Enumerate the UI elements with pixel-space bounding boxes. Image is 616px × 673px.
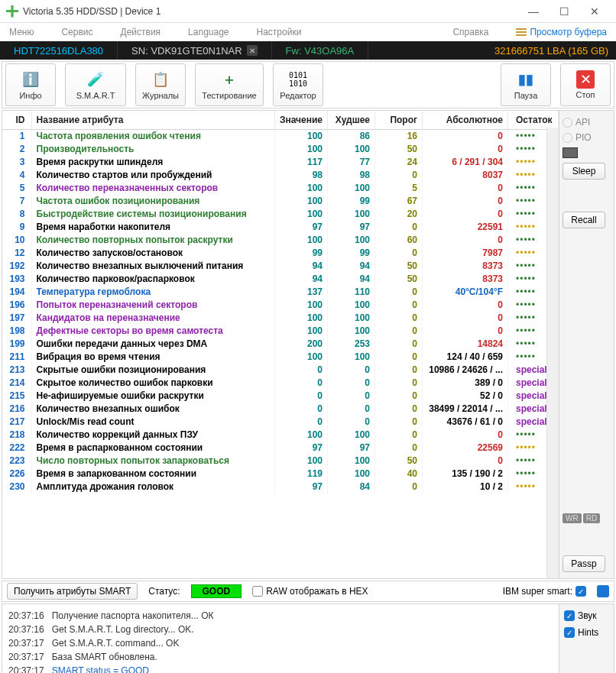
menu-item[interactable]: Действия	[121, 27, 161, 37]
table-row[interactable]: 192Количество внезапных выключений питан…	[2, 260, 559, 273]
menu-item[interactable]: Настройки	[257, 27, 302, 37]
smart-table: ID Название атрибута Значение Худшее Пор…	[2, 111, 559, 493]
close-sn-icon[interactable]: ✕	[247, 45, 258, 56]
scrollbar[interactable]	[546, 128, 559, 578]
pause-icon: ▮▮	[514, 70, 537, 89]
status-bar: Получить атрибуты SMART Статус: GOOD RAW…	[2, 581, 614, 602]
table-row[interactable]: 215Не-афишируемые ошибки раскрутки00052 …	[2, 390, 559, 403]
table-row[interactable]: 199Ошибки передачи данных через DMA20025…	[2, 338, 559, 351]
wr-tag: WR	[563, 513, 582, 523]
table-row[interactable]: 214Скрытое количество ошибок парковки000…	[2, 377, 559, 390]
toolbar: ℹ️Инфо 🧪S.M.A.R.T 📋Журналы ＋Тестирование…	[2, 61, 614, 108]
table-row[interactable]: 9Время наработки накопителя9797022591•••…	[2, 221, 559, 234]
sound-checkbox[interactable]: ✓Звук	[564, 610, 609, 621]
testing-button[interactable]: ＋Тестирование	[195, 63, 264, 106]
device-firmware: Fw: V43OA96A	[272, 41, 369, 60]
stop-icon: ✕	[576, 70, 595, 89]
col-threshold[interactable]: Порог	[375, 111, 423, 130]
ibm-color-box[interactable]	[597, 585, 609, 597]
editor-button[interactable]: 01011010Редактор	[273, 63, 323, 106]
journals-button[interactable]: 📋Журналы	[135, 63, 186, 106]
device-serial: SN: VDK91GTE0N1NAR ✕	[118, 41, 272, 60]
smart-icon: 🧪	[84, 70, 107, 89]
menu-help[interactable]: Справка	[452, 27, 488, 37]
col-id[interactable]: ID	[2, 111, 31, 130]
maximize-button[interactable]: ☐	[549, 1, 579, 22]
ibm-smart-checkbox[interactable]: IBM super smart: ✓	[503, 586, 586, 597]
table-row[interactable]: 2Производительность100100500•••••	[2, 143, 559, 156]
table-row[interactable]: 198Дефектные секторы во время самотеста1…	[2, 325, 559, 338]
info-icon: ℹ️	[19, 70, 42, 89]
plus-icon: ＋	[218, 70, 241, 89]
api-radio[interactable]: API	[563, 117, 590, 128]
side-indicator	[563, 147, 578, 158]
buffer-view-link[interactable]: Просмотр буфера	[516, 27, 607, 37]
table-row[interactable]: 213Скрытые ошибки позиционирования000109…	[2, 364, 559, 377]
table-row[interactable]: 218Количество коррекций данных ПЗУ100100…	[2, 429, 559, 442]
table-row[interactable]: 10Количество повторных попыток раскрутки…	[2, 234, 559, 247]
log-area[interactable]: 20:37:16Получение паспорта накопителя...…	[2, 603, 559, 673]
info-button[interactable]: ℹ️Инфо	[5, 63, 56, 106]
side-panel: API PIO Sleep Recall WR RD Passp	[559, 110, 614, 579]
editor-icon: 01011010	[287, 70, 310, 89]
passp-button[interactable]: Passp	[563, 555, 605, 572]
status-label: Статус:	[148, 586, 180, 597]
table-row[interactable]: 223Число повторных попыток запарковаться…	[2, 455, 559, 468]
table-row[interactable]: 4Количество стартов или пробуждений98980…	[2, 169, 559, 182]
table-row[interactable]: 211Вибрация во время чтения1001000124 / …	[2, 351, 559, 364]
log-line: 20:37:17SMART status = GOOD	[8, 664, 553, 673]
close-button[interactable]: ✕	[579, 1, 610, 22]
list-icon	[516, 28, 527, 36]
col-absolute[interactable]: Абсолютное	[423, 111, 508, 130]
table-row[interactable]: 222Время в распаркованном состоянии97970…	[2, 442, 559, 455]
hints-checkbox[interactable]: ✓Hints	[564, 627, 609, 638]
col-name[interactable]: Название атрибута	[31, 111, 274, 130]
sleep-button[interactable]: Sleep	[563, 163, 605, 180]
table-row[interactable]: 5Количество переназначенных секторов1001…	[2, 182, 559, 195]
table-row[interactable]: 8Быстродействие системы позиционирования…	[2, 208, 559, 221]
col-value[interactable]: Значение	[274, 111, 327, 130]
table-row[interactable]: 193Количество парковок/распарковок949450…	[2, 273, 559, 286]
stop-button[interactable]: ✕Стоп	[560, 63, 611, 106]
col-worst[interactable]: Худшее	[328, 111, 375, 130]
get-smart-button[interactable]: Получить атрибуты SMART	[7, 583, 138, 600]
device-lba: 321666751 LBA (165 GB)	[494, 45, 616, 57]
table-row[interactable]: 216Количество внезапных ошибок00038499 /…	[2, 403, 559, 416]
menu-item[interactable]: Language	[188, 27, 229, 37]
col-rest[interactable]: Остаток	[508, 111, 559, 130]
device-bar: HDT722516DLA380 SN: VDK91GTE0N1NAR ✕ Fw:…	[0, 41, 616, 60]
rd-tag: RD	[583, 513, 600, 523]
status-value: GOOD	[191, 584, 242, 598]
table-row[interactable]: 12Количество запусков/остановок999907987…	[2, 247, 559, 260]
table-row[interactable]: 226Время в запаркованном состоянии119100…	[2, 468, 559, 480]
table-row[interactable]: 3Время раскрутки шпинделя11777246 / 291 …	[2, 156, 559, 169]
menu-item[interactable]: Меню	[9, 27, 34, 37]
journals-icon: 📋	[149, 70, 172, 89]
log-line: 20:37:17Get S.M.A.R.T. command... OK	[8, 636, 553, 650]
app-icon	[6, 5, 18, 18]
table-row[interactable]: 230Амплитуда дрожания головок9784010 / 2…	[2, 480, 559, 493]
window-title: Victoria 5.35 HDD/SSD | Device 1	[23, 6, 518, 17]
table-row[interactable]: 194Температура гермоблока137110040°C/104…	[2, 286, 559, 299]
table-row[interactable]: 7Частота ошибок позиционирования10099670…	[2, 195, 559, 208]
raw-hex-checkbox[interactable]: RAW отображать в HEX	[252, 586, 368, 597]
log-line: 20:37:16Получение паспорта накопителя...…	[8, 609, 553, 623]
device-model: HDT722516DLA380	[0, 41, 118, 60]
pause-button[interactable]: ▮▮Пауза	[501, 63, 551, 106]
log-side-panel: ✓Звук ✓Hints	[559, 603, 614, 673]
log-line: 20:37:17База SMART обновлена.	[8, 650, 553, 664]
minimize-button[interactable]: —	[518, 1, 549, 22]
smart-button[interactable]: 🧪S.M.A.R.T	[65, 63, 126, 106]
menubar: Меню Сервис Действия Language Настройки …	[0, 23, 616, 41]
table-row[interactable]: 197Кандидатов на переназначение10010000•…	[2, 312, 559, 325]
menu-item[interactable]: Сервис	[61, 27, 92, 37]
titlebar: Victoria 5.35 HDD/SSD | Device 1 — ☐ ✕	[0, 0, 616, 23]
log-line: 20:37:16Get S.M.A.R.T. Log directory... …	[8, 623, 553, 636]
pio-radio[interactable]: PIO	[563, 132, 592, 143]
table-row[interactable]: 196Попыток переназначений секторов100100…	[2, 299, 559, 312]
table-row[interactable]: 217Unlock/Mis read count00043676 / 61 / …	[2, 416, 559, 429]
recall-button[interactable]: Recall	[563, 212, 605, 228]
table-row[interactable]: 1Частота проявления ошибок чтения1008616…	[2, 130, 559, 144]
smart-table-panel: ID Название атрибута Значение Худшее Пор…	[2, 110, 559, 579]
